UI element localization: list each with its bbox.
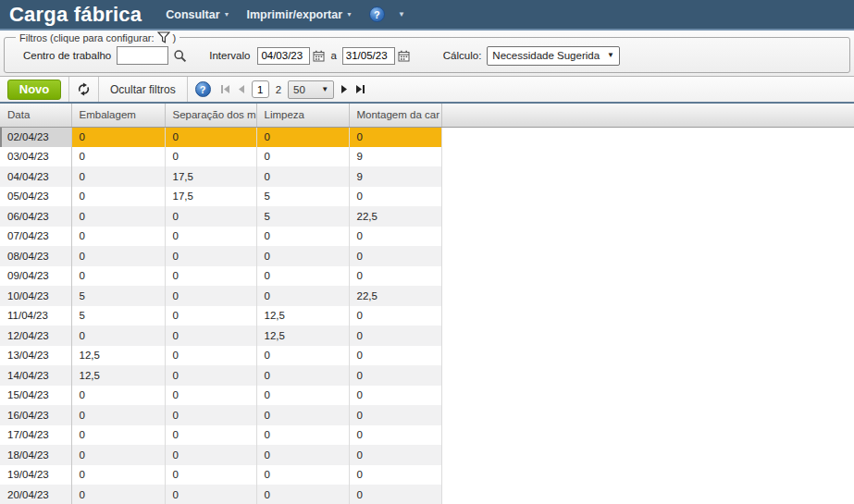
- table-row[interactable]: 02/04/230000: [0, 127, 854, 147]
- cell-value[interactable]: 0: [256, 425, 349, 446]
- cell-value[interactable]: 22,5: [349, 286, 441, 306]
- cell-value[interactable]: 0: [71, 166, 165, 187]
- date-from-input[interactable]: [257, 47, 310, 65]
- cell-date[interactable]: 08/04/23: [0, 246, 71, 266]
- calculo-select[interactable]: Necessidade Sugerida ▼: [487, 46, 620, 66]
- cell-value[interactable]: 0: [256, 286, 349, 306]
- table-row[interactable]: 12/04/230012,50: [0, 326, 854, 346]
- cell-value[interactable]: 0: [349, 346, 441, 366]
- cell-date[interactable]: 18/04/23: [0, 445, 71, 465]
- cell-date[interactable]: 14/04/23: [0, 365, 71, 386]
- cell-value[interactable]: 5: [256, 206, 349, 227]
- cell-date[interactable]: 20/04/23: [0, 485, 71, 504]
- cell-date[interactable]: 02/04/23: [0, 127, 71, 147]
- table-row[interactable]: 07/04/230000: [0, 227, 854, 247]
- cell-value[interactable]: 0: [349, 326, 441, 346]
- cell-value[interactable]: 0: [165, 147, 256, 167]
- table-row[interactable]: 13/04/2312,5000: [0, 346, 854, 366]
- help-icon[interactable]: ?: [195, 81, 211, 97]
- cell-value[interactable]: 0: [349, 405, 441, 425]
- cell-value[interactable]: 22,5: [349, 206, 441, 227]
- cell-value[interactable]: 0: [256, 266, 349, 287]
- chevron-down-icon[interactable]: ▼: [398, 11, 405, 18]
- cell-value[interactable]: 0: [165, 266, 256, 287]
- cell-value[interactable]: 0: [165, 206, 256, 227]
- cell-date[interactable]: 13/04/23: [0, 346, 71, 366]
- help-icon[interactable]: ?: [369, 6, 385, 22]
- cell-value[interactable]: 0: [71, 147, 165, 167]
- cell-value[interactable]: 0: [349, 306, 441, 326]
- column-header-embalagem[interactable]: Embalagem: [71, 104, 165, 127]
- cell-value[interactable]: 0: [256, 227, 349, 247]
- cell-date[interactable]: 03/04/23: [0, 147, 71, 167]
- first-page-icon[interactable]: [220, 84, 230, 94]
- cell-value[interactable]: 0: [256, 365, 349, 386]
- table-row[interactable]: 04/04/23017,509: [0, 166, 854, 187]
- cell-value[interactable]: 0: [349, 365, 441, 386]
- page-size-select[interactable]: 50 ▼: [288, 80, 334, 99]
- table-row[interactable]: 06/04/2300522,5: [0, 206, 854, 227]
- cell-value[interactable]: 0: [71, 127, 165, 147]
- column-header-data[interactable]: Data: [0, 104, 71, 127]
- cell-value[interactable]: 0: [71, 485, 165, 504]
- cell-value[interactable]: 0: [165, 485, 256, 504]
- column-header-limpeza[interactable]: Limpeza: [256, 104, 349, 127]
- cell-value[interactable]: 0: [256, 465, 349, 486]
- cell-value[interactable]: 0: [165, 386, 256, 406]
- cell-value[interactable]: 0: [165, 445, 256, 465]
- table-row[interactable]: 03/04/230009: [0, 147, 854, 167]
- table-row[interactable]: 16/04/230000: [0, 405, 854, 425]
- cell-value[interactable]: 0: [71, 187, 165, 207]
- cell-value[interactable]: 0: [349, 266, 441, 287]
- cell-value[interactable]: 0: [349, 386, 441, 406]
- cell-date[interactable]: 10/04/23: [0, 286, 71, 306]
- next-page-icon[interactable]: [340, 84, 349, 94]
- cell-value[interactable]: 0: [256, 485, 349, 504]
- cell-value[interactable]: 0: [256, 246, 349, 266]
- cell-value[interactable]: 0: [71, 266, 165, 287]
- cell-date[interactable]: 05/04/23: [0, 187, 71, 207]
- cell-value[interactable]: 5: [256, 187, 349, 207]
- cell-value[interactable]: 0: [71, 425, 165, 446]
- cell-value[interactable]: 0: [349, 246, 441, 266]
- menu-imprimir-exportar[interactable]: Imprimir/exportar ▼: [247, 8, 353, 21]
- table-row[interactable]: 05/04/23017,550: [0, 187, 854, 207]
- cell-value[interactable]: 0: [165, 405, 256, 425]
- refresh-icon[interactable]: [77, 82, 91, 96]
- cell-value[interactable]: 0: [256, 147, 349, 167]
- column-header-separacao[interactable]: Separação dos m: [165, 104, 256, 127]
- cell-value[interactable]: 0: [349, 445, 441, 465]
- cell-value[interactable]: 5: [71, 306, 165, 326]
- cell-date[interactable]: 17/04/23: [0, 425, 71, 446]
- table-row[interactable]: 18/04/230000: [0, 445, 854, 465]
- table-row[interactable]: 15/04/230000: [0, 386, 854, 406]
- cell-value[interactable]: 0: [165, 365, 256, 386]
- cell-value[interactable]: 0: [165, 246, 256, 266]
- cell-value[interactable]: 0: [165, 326, 256, 346]
- cell-value[interactable]: 0: [165, 127, 256, 147]
- table-row[interactable]: 20/04/230000: [0, 485, 854, 504]
- cell-value[interactable]: 0: [71, 445, 165, 465]
- cell-date[interactable]: 19/04/23: [0, 465, 71, 486]
- last-page-icon[interactable]: [355, 84, 365, 94]
- cell-value[interactable]: 0: [165, 227, 256, 247]
- table-row[interactable]: 14/04/2312,5000: [0, 365, 854, 386]
- column-header-montagem[interactable]: Montagem da car: [349, 104, 441, 127]
- cell-date[interactable]: 15/04/23: [0, 386, 71, 406]
- calendar-icon[interactable]: [398, 50, 410, 62]
- novo-button[interactable]: Novo: [7, 80, 61, 100]
- cell-value[interactable]: 12,5: [256, 326, 349, 346]
- page-2-link[interactable]: 2: [276, 84, 281, 95]
- cell-date[interactable]: 07/04/23: [0, 227, 71, 247]
- table-row[interactable]: 11/04/235012,50: [0, 306, 854, 326]
- table-row[interactable]: 17/04/230000: [0, 425, 854, 446]
- cell-value[interactable]: 0: [71, 206, 165, 227]
- cell-value[interactable]: 12,5: [71, 365, 165, 386]
- cell-date[interactable]: 12/04/23: [0, 326, 71, 346]
- cell-date[interactable]: 04/04/23: [0, 166, 71, 187]
- cell-value[interactable]: 0: [71, 246, 165, 266]
- search-icon[interactable]: [173, 49, 187, 63]
- cell-value[interactable]: 12,5: [71, 346, 165, 366]
- table-row[interactable]: 09/04/230000: [0, 266, 854, 287]
- page-current[interactable]: 1: [252, 80, 269, 98]
